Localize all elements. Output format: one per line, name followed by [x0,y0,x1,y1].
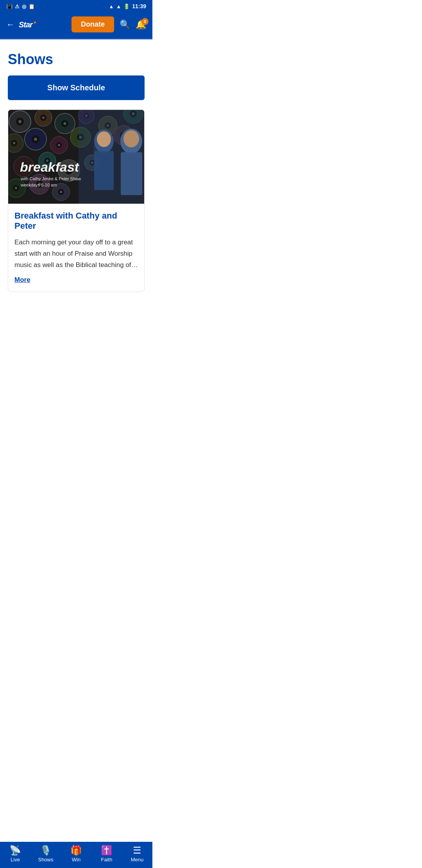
svg-point-21 [13,142,15,144]
page-title: Shows [8,51,145,68]
status-time: 11:39 [132,3,146,9]
svg-point-27 [58,144,60,146]
svg-point-6 [42,117,45,119]
svg-point-67 [123,130,139,147]
svg-point-9 [64,122,66,125]
show-schedule-button[interactable]: Show Schedule [8,75,145,100]
status-icons-right: ▲ ▲ 🔋 11:39 [109,3,146,9]
show-card-more-link[interactable]: More [14,276,30,283]
battery-icon: 🔋 [123,4,130,9]
show-image: breakfast with Cathy Jenke & Peter Shaw … [8,110,144,204]
svg-point-24 [34,138,37,141]
svg-point-64 [97,131,111,147]
show-card-title: Breakfast with Cathy and Peter [14,211,138,231]
svg-text:breakfast: breakfast [20,160,80,174]
back-button[interactable]: ← [6,20,15,29]
svg-text:weekdays 6-10 am: weekdays 6-10 am [20,183,57,187]
search-button[interactable]: 🔍 [120,20,130,30]
main-content: Shows Show Schedule [0,39,152,331]
vibrate-icon: 📳 [6,4,13,9]
status-icons-left: 📳 ⚠ ◎ 📋 [6,4,35,9]
toolbar-right: Donate 🔍 🔔 0 [72,16,146,32]
warning-icon: ⚠ [15,4,20,9]
svg-rect-66 [121,152,142,195]
search-icon: 🔍 [120,20,130,29]
svg-rect-63 [94,151,114,190]
show-card-description: Each morning get your day off to a great… [14,237,138,271]
toolbar-left: ← Star✦ [6,20,36,29]
show-card-body: Breakfast with Cathy and Peter Each morn… [8,204,144,292]
notification-badge: 0 [141,18,148,25]
sim-icon: 📋 [29,4,35,9]
notification-button[interactable]: 🔔 0 [136,20,146,30]
signal-icon: ▲ [116,4,121,9]
toolbar: ← Star✦ Donate 🔍 🔔 0 [0,13,152,38]
svg-point-57 [60,191,62,193]
svg-text:with Cathy Jenke & Peter Shaw: with Cathy Jenke & Peter Shaw [20,176,81,181]
show-image-bg: breakfast with Cathy Jenke & Peter Shaw … [8,110,144,204]
app-logo: Star✦ [19,20,36,29]
svg-point-3 [18,120,21,123]
svg-point-51 [15,187,17,189]
wifi-icon: ▲ [109,4,114,9]
donate-button[interactable]: Donate [72,16,114,32]
logo-text: Star✦ [19,20,36,29]
show-card: breakfast with Cathy Jenke & Peter Shaw … [8,109,145,292]
vpn-icon: ◎ [22,4,26,9]
status-bar: 📳 ⚠ ◎ 📋 ▲ ▲ 🔋 11:39 [0,0,152,13]
